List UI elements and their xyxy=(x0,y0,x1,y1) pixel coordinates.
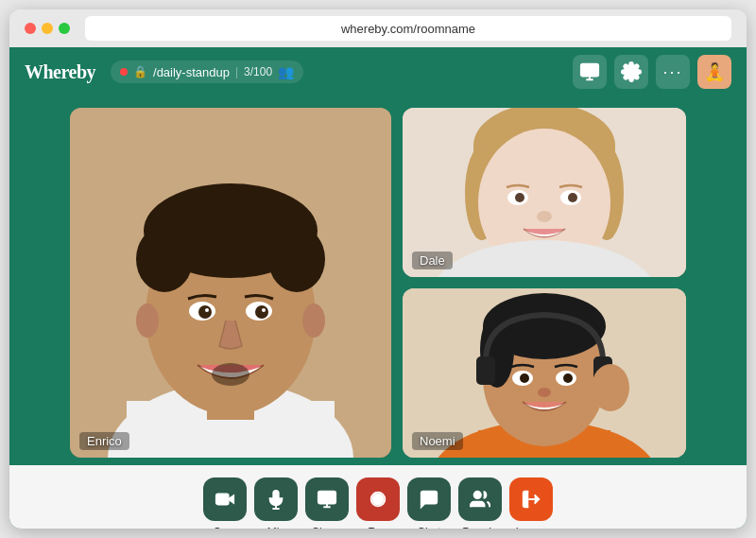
svg-rect-41 xyxy=(476,356,495,385)
svg-rect-0 xyxy=(581,64,598,77)
divider: | xyxy=(235,65,238,78)
svg-rect-49 xyxy=(216,494,229,504)
share-icon xyxy=(305,477,349,521)
topbar-actions: ··· 🧘 xyxy=(573,55,731,89)
svg-point-57 xyxy=(428,496,430,498)
svg-point-47 xyxy=(563,373,573,383)
svg-point-18 xyxy=(302,304,325,338)
leave-button[interactable]: Leave xyxy=(509,477,553,529)
chat-button[interactable]: Chat xyxy=(407,477,451,529)
leave-icon xyxy=(509,477,553,521)
mic-icon xyxy=(254,477,298,521)
share-button[interactable]: Share xyxy=(305,477,349,529)
video-tile-noemi: Noemi xyxy=(403,288,686,458)
participant-label-dale: Dale xyxy=(412,252,453,269)
svg-point-16 xyxy=(212,363,249,386)
more-button[interactable]: ··· xyxy=(656,55,690,89)
participant-label-enrico: Enrico xyxy=(79,432,129,450)
cam-icon xyxy=(203,477,247,521)
address-bar[interactable]: whereby.com/roomname xyxy=(85,16,731,41)
chat-label: Chat xyxy=(417,526,440,529)
video-tile-dale: Dale xyxy=(403,108,686,277)
topbar: Whereby 🔒 /daily-standup | 3/100 👥 xyxy=(9,47,747,96)
browser-window: whereby.com/roomname Whereby 🔒 /daily-st… xyxy=(9,9,747,529)
browser-titlebar: whereby.com/roomname xyxy=(9,9,747,47)
rec-icon xyxy=(356,477,400,521)
video-right-column: Dale xyxy=(403,108,686,458)
chat-icon xyxy=(407,477,451,521)
svg-point-54 xyxy=(373,494,384,504)
people-label: People xyxy=(462,526,497,529)
rec-label: Rec xyxy=(368,526,387,529)
participant-label-noemi: Noemi xyxy=(412,432,463,450)
app-content: Whereby 🔒 /daily-standup | 3/100 👥 xyxy=(9,47,747,529)
cam-label: Cam xyxy=(213,526,236,529)
svg-point-56 xyxy=(425,496,427,498)
toolbar: Cam Mic xyxy=(9,465,747,529)
svg-point-13 xyxy=(255,305,268,319)
svg-point-58 xyxy=(431,496,433,498)
svg-rect-53 xyxy=(318,491,335,503)
traffic-lights xyxy=(25,23,70,34)
url-text: whereby.com/roomname xyxy=(341,22,475,36)
screenshare-button[interactable] xyxy=(573,55,607,89)
video-grid: Enrico xyxy=(9,96,747,465)
video-tile-enrico: Enrico xyxy=(70,108,391,458)
svg-point-30 xyxy=(568,193,577,202)
settings-button[interactable] xyxy=(614,55,648,89)
svg-point-59 xyxy=(474,491,481,497)
room-info: 🔒 /daily-standup | 3/100 👥 xyxy=(111,61,303,83)
people-icon: 👥 xyxy=(278,64,294,79)
cam-button[interactable]: Cam xyxy=(203,477,247,529)
user-avatar[interactable]: 🧘 xyxy=(697,55,731,89)
room-live-dot xyxy=(120,68,128,76)
minimize-button[interactable] xyxy=(42,23,53,34)
svg-point-9 xyxy=(268,226,325,292)
people-button[interactable]: People xyxy=(458,477,502,529)
mic-button[interactable]: Mic xyxy=(254,477,298,529)
svg-point-8 xyxy=(136,226,193,292)
svg-point-43 xyxy=(592,364,629,411)
close-button[interactable] xyxy=(25,23,36,34)
svg-point-31 xyxy=(537,211,552,222)
svg-point-17 xyxy=(136,304,159,338)
logo: Whereby xyxy=(25,61,95,83)
room-name: /daily-standup xyxy=(153,65,230,79)
mic-label: Mic xyxy=(267,526,285,529)
people-icon xyxy=(458,477,502,521)
svg-point-15 xyxy=(262,308,266,312)
participant-count: 3/100 xyxy=(244,65,272,78)
svg-point-48 xyxy=(538,388,551,397)
share-label: Share xyxy=(312,526,342,529)
svg-point-14 xyxy=(205,308,209,312)
lock-icon: 🔒 xyxy=(133,65,147,78)
svg-point-12 xyxy=(198,305,212,319)
rec-button[interactable]: Rec xyxy=(356,477,400,529)
svg-point-29 xyxy=(515,193,524,202)
maximize-button[interactable] xyxy=(59,23,70,34)
leave-label: Leave xyxy=(516,526,547,529)
svg-point-46 xyxy=(520,373,529,383)
